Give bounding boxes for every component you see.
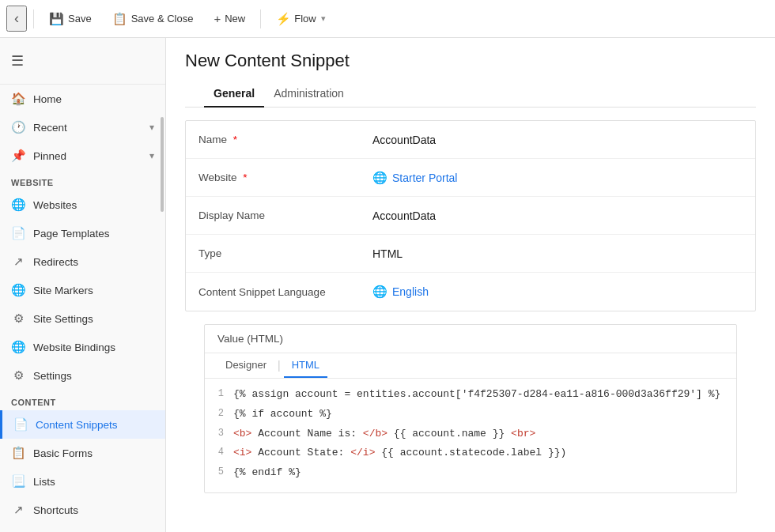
website-label: Website *	[198, 172, 372, 183]
form-row-type: Type HTML	[186, 235, 755, 273]
value-tabs: Designer | HTML	[205, 353, 736, 379]
website-section-header: Website	[0, 170, 165, 191]
code-line-number: 4	[211, 445, 233, 462]
code-area-wrapper: 1{% assign account = entities.account['f…	[205, 379, 736, 492]
website-label-text: Website	[198, 172, 237, 183]
code-line: 5{% endif %}	[211, 463, 730, 483]
code-area: 1{% assign account = entities.account['f…	[211, 385, 730, 483]
sidebar-item-websites-label: Websites	[33, 199, 77, 211]
sidebar-item-recent-label: Recent	[33, 122, 67, 134]
name-label: Name *	[198, 134, 372, 145]
tabs: General Administration	[185, 81, 756, 108]
form-area: Name * AccountData Website * 🌐 Starter P…	[166, 108, 775, 532]
name-label-text: Name	[198, 134, 227, 145]
new-label: New	[225, 13, 245, 25]
code-line: 4<i> Account State: </i> {{ account.stat…	[211, 443, 730, 463]
sidebar-item-page-templates[interactable]: 📄 Page Templates	[0, 219, 165, 247]
name-required: *	[233, 134, 237, 145]
code-line-content: {% if account %}	[233, 406, 332, 423]
tab-administration[interactable]: Administration	[264, 81, 353, 108]
flow-button[interactable]: ⚡ Flow ▾	[267, 7, 334, 31]
content-snippets-icon: 📄	[13, 417, 28, 432]
website-bindings-icon: 🌐	[11, 340, 25, 354]
sidebar-item-settings-label: Settings	[33, 370, 72, 382]
value-section: Value (HTML) Designer | HTML 1{% assign …	[204, 324, 737, 493]
sidebar-item-website-bindings-label: Website Bindings	[33, 341, 115, 353]
language-label: Content Snippet Language	[198, 286, 372, 298]
back-button[interactable]: ‹	[6, 6, 27, 32]
page-header: New Content Snippet General Administrati…	[166, 38, 775, 108]
sidebar-item-redirects-label: Redirects	[33, 256, 78, 268]
sidebar-item-pinned[interactable]: 📌 Pinned ▾	[0, 141, 165, 170]
sidebar-item-home[interactable]: 🏠 Home	[0, 85, 165, 113]
sidebar-item-home-label: Home	[33, 93, 62, 105]
sidebar-item-content-snippets-label: Content Snippets	[36, 419, 118, 431]
sidebar-item-basic-forms-label: Basic Forms	[33, 447, 93, 459]
sidebar-item-website-bindings[interactable]: 🌐 Website Bindings	[0, 333, 165, 361]
sidebar-item-basic-forms[interactable]: 📋 Basic Forms	[0, 439, 165, 467]
code-line: 1{% assign account = entities.account['f…	[211, 385, 730, 405]
sidebar-item-websites[interactable]: 🌐 Websites	[0, 191, 165, 219]
tab-general[interactable]: General	[204, 81, 264, 108]
value-tab-designer[interactable]: Designer	[217, 353, 274, 378]
website-required: *	[243, 172, 247, 183]
save-icon: 💾	[49, 12, 64, 26]
value-tab-html[interactable]: HTML	[284, 353, 327, 378]
sidebar-item-site-settings-label: Site Settings	[33, 313, 93, 325]
form-row-language: Content Snippet Language 🌐 English	[186, 273, 755, 311]
toolbar-divider-2	[260, 9, 261, 28]
code-line-number: 2	[211, 406, 233, 423]
code-line: 2{% if account %}	[211, 405, 730, 424]
code-line-content: <b> Account Name is: </b> {{ account.nam…	[233, 426, 535, 443]
value-tab-divider: |	[274, 353, 284, 378]
sidebar-item-site-settings[interactable]: ⚙ Site Settings	[0, 304, 165, 333]
sidebar-item-redirects[interactable]: ↗ Redirects	[0, 247, 165, 276]
name-value: AccountData	[372, 134, 743, 146]
body-layout: ☰ 🏠 Home 🕐 Recent ▾ 📌 Pinned ▾ Website 🌐…	[0, 38, 775, 532]
recent-chevron-icon: ▾	[149, 122, 154, 133]
pinned-chevron-icon: ▾	[149, 150, 154, 161]
value-section-header: Value (HTML)	[205, 325, 736, 353]
code-line: 3<b> Account Name is: </b> {{ account.na…	[211, 424, 730, 444]
save-close-label: Save & Close	[131, 13, 194, 25]
toolbar: ‹ 💾 Save 📋 Save & Close + New ⚡ Flow ▾	[0, 0, 775, 38]
recent-icon: 🕐	[11, 120, 25, 134]
sidebar-item-shortcuts-label: Shortcuts	[33, 504, 78, 516]
type-value: HTML	[372, 247, 743, 260]
code-line-content: {% assign account = entities.account['f4…	[233, 387, 720, 403]
page-title: New Content Snippet	[185, 51, 756, 71]
language-value[interactable]: 🌐 English	[372, 285, 743, 299]
sidebar-hamburger[interactable]: ☰	[0, 44, 165, 77]
shortcuts-icon: ↗	[11, 503, 25, 517]
sidebar-item-recent[interactable]: 🕐 Recent ▾	[0, 113, 165, 141]
sidebar-item-shortcuts[interactable]: ↗ Shortcuts	[0, 496, 165, 524]
toolbar-divider-1	[33, 9, 34, 28]
sidebar-top: ☰	[0, 38, 165, 85]
sidebar-item-settings[interactable]: ⚙ Settings	[0, 361, 165, 390]
flow-chevron-icon: ▾	[321, 13, 326, 24]
sidebar-item-pinned-label: Pinned	[33, 150, 66, 162]
code-line-number: 1	[211, 387, 233, 403]
form-section: Name * AccountData Website * 🌐 Starter P…	[185, 120, 756, 311]
save-button[interactable]: 💾 Save	[40, 7, 100, 31]
new-button[interactable]: + New	[205, 7, 254, 30]
sidebar-item-site-markers-label: Site Markers	[33, 285, 93, 296]
form-row-website: Website * 🌐 Starter Portal	[186, 159, 755, 197]
home-icon: 🏠	[11, 92, 25, 106]
display-name-label: Display Name	[198, 209, 372, 221]
sidebar-item-site-markers[interactable]: 🌐 Site Markers	[0, 276, 165, 304]
website-globe-icon: 🌐	[372, 171, 388, 185]
new-icon: +	[214, 12, 221, 25]
display-name-value: AccountData	[372, 209, 743, 222]
code-line-number: 3	[211, 426, 233, 443]
sidebar-item-lists-label: Lists	[33, 476, 55, 488]
website-value[interactable]: 🌐 Starter Portal	[372, 171, 743, 185]
websites-icon: 🌐	[11, 198, 25, 212]
sidebar-item-content-snippets[interactable]: 📄 Content Snippets	[0, 410, 165, 439]
sidebar-item-lists[interactable]: 📃 Lists	[0, 467, 165, 496]
redirects-icon: ↗	[11, 255, 25, 269]
sidebar-scroll-indicator	[161, 117, 164, 212]
website-value-text: Starter Portal	[392, 172, 457, 184]
content-section-header: Content	[0, 390, 165, 410]
save-close-button[interactable]: 📋 Save & Close	[104, 7, 202, 31]
